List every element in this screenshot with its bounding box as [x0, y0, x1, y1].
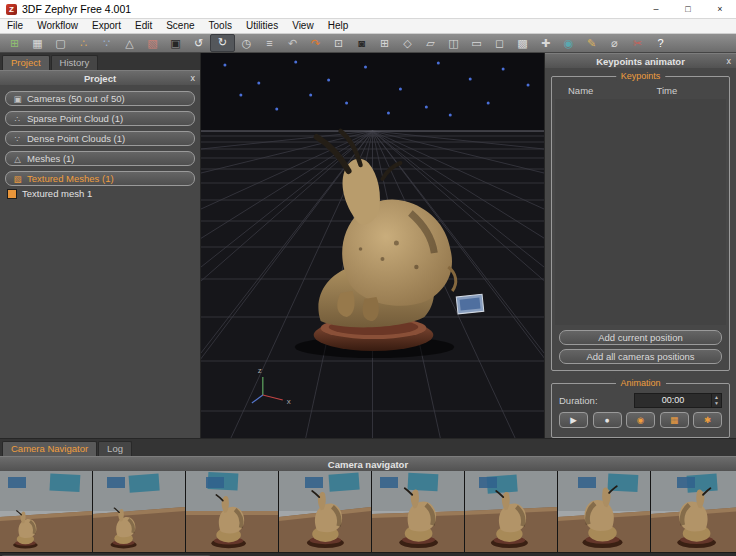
duration-spinner[interactable]: 00:00 ▲▼ — [634, 393, 722, 408]
project-item-label: Meshes (1) — [27, 153, 75, 164]
menu-edit[interactable]: Edit — [128, 19, 159, 33]
sparse-cloud-icon[interactable]: ∴ — [72, 35, 95, 51]
settings-button[interactable]: ✱ — [693, 412, 722, 428]
rect-select-icon[interactable]: ⊞ — [373, 35, 396, 51]
camera-thumbnail-1[interactable] — [0, 471, 93, 552]
mesh-icon[interactable]: △ — [118, 35, 141, 51]
camera-thumbnail-5[interactable] — [372, 471, 465, 552]
menu-scene[interactable]: Scene — [159, 19, 201, 33]
spin-down-icon[interactable]: ▼ — [712, 400, 721, 407]
textured-mesh-icon[interactable]: ▧ — [141, 35, 164, 51]
orbit-view-icon[interactable]: ↺ — [187, 35, 210, 51]
close-button[interactable]: × — [704, 0, 736, 18]
bottom-tabs: Camera Navigator Log — [0, 439, 736, 456]
viewport-canvas: z x — [201, 53, 544, 438]
camera-thumbnail-8[interactable] — [651, 471, 736, 552]
keypoints-animator-header: Keypoints animator x — [545, 53, 736, 68]
zoom-region-icon[interactable]: ⊡ — [327, 35, 350, 51]
lasso-select-icon[interactable]: ◇ — [396, 35, 419, 51]
rotate-view-icon[interactable]: ↻ — [210, 34, 235, 52]
keypoints-group: Keypoints Name Time Add current position… — [551, 76, 730, 371]
cut-mesh-icon[interactable]: ✂ — [626, 35, 649, 51]
project-item-textured-meshes[interactable]: ▧Textured Meshes (1) — [5, 171, 195, 186]
camera-icon[interactable]: ▣ — [164, 35, 187, 51]
undo-icon[interactable]: ↶ — [281, 35, 304, 51]
menu-file[interactable]: File — [0, 19, 30, 33]
tab-log[interactable]: Log — [98, 441, 132, 456]
center-object-icon[interactable]: ◙ — [350, 35, 373, 51]
app-icon: Z — [6, 4, 17, 15]
menu-view[interactable]: View — [285, 19, 321, 33]
duration-value: 00:00 — [635, 394, 711, 407]
dense-cloud-icon: ∵ — [13, 134, 22, 144]
menu-workflow[interactable]: Workflow — [30, 19, 85, 33]
camera-frustum[interactable] — [456, 294, 484, 314]
project-item-textured-mesh-1[interactable]: Textured mesh 1 — [0, 186, 200, 199]
menu-utilities[interactable]: Utilities — [239, 19, 285, 33]
horizontal-scrollbar[interactable] — [0, 552, 736, 556]
add-current-position-button[interactable]: Add current position — [559, 330, 722, 345]
tab-project[interactable]: Project — [2, 55, 50, 70]
color-picker-icon[interactable]: ✎ — [580, 35, 603, 51]
menu-export[interactable]: Export — [85, 19, 128, 33]
keypoints-animator-panel: Keypoints animator x Keypoints Name Time… — [544, 53, 736, 438]
duration-spin-arrows[interactable]: ▲▼ — [711, 394, 721, 407]
keypoints-list[interactable] — [555, 99, 726, 325]
add-all-cameras-positions-button[interactable]: Add all cameras positions — [559, 349, 722, 364]
help-icon[interactable]: ? — [649, 35, 672, 51]
camera-thumbnail-6[interactable] — [465, 471, 558, 552]
paint-icon[interactable]: ◉ — [557, 35, 580, 51]
project-item-meshes[interactable]: △Meshes (1) — [5, 151, 195, 166]
gizmo-icon[interactable]: ✚ — [534, 35, 557, 51]
app-window: Z 3DF Zephyr Free 4.001 – □ × FileWorkfl… — [0, 0, 736, 556]
minimize-button[interactable]: – — [640, 0, 672, 18]
tab-camera-navigator[interactable]: Camera Navigator — [2, 441, 97, 456]
manual-select-icon[interactable]: ◻ — [488, 35, 511, 51]
menu-help[interactable]: Help — [321, 19, 356, 33]
camera-navigator-header: Camera navigator — [0, 456, 736, 471]
import-photos-icon[interactable]: ⊞ — [3, 35, 26, 51]
title-bar: Z 3DF Zephyr Free 4.001 – □ × — [0, 0, 736, 19]
stop-button[interactable]: ● — [593, 412, 622, 428]
record-button[interactable]: ◉ — [626, 412, 655, 428]
main-area: Project History Project x ▣Cameras (50 o… — [0, 53, 736, 438]
poly-select-icon[interactable]: ▱ — [419, 35, 442, 51]
record-icon: ◉ — [637, 415, 644, 425]
view-options-icon[interactable]: ≡ — [258, 35, 281, 51]
textured-mesh-icon: ▧ — [13, 174, 22, 184]
bounding-box-icon[interactable]: ▩ — [511, 35, 534, 51]
animation-group-label: Animation — [615, 378, 665, 388]
textured-mesh-item-icon — [7, 189, 17, 199]
close-project-panel-icon[interactable]: x — [191, 73, 196, 83]
window-title: 3DF Zephyr Free 4.001 — [22, 3, 131, 15]
animation-group: Animation Duration: 00:00 ▲▼ ▶●◉▦✱ — [551, 383, 730, 438]
close-keypoints-panel-icon[interactable]: x — [727, 56, 732, 66]
redo-icon[interactable]: ↷ — [304, 35, 327, 51]
viewport-3d[interactable]: z x — [201, 53, 544, 438]
play-button[interactable]: ▶ — [559, 412, 588, 428]
project-item-sparse-point-cloud[interactable]: ∴Sparse Point Cloud (1) — [5, 111, 195, 126]
speed-icon[interactable]: ◷ — [235, 35, 258, 51]
tab-history[interactable]: History — [51, 55, 99, 70]
project-item-cameras[interactable]: ▣Cameras (50 out of 50) — [5, 91, 195, 106]
duration-label: Duration: — [559, 395, 598, 406]
axis-z-label: z — [258, 366, 262, 375]
project-panel: Project History Project x ▣Cameras (50 o… — [0, 53, 201, 438]
camera-thumbnail-3[interactable] — [186, 471, 279, 552]
dense-cloud-icon[interactable]: ∵ — [95, 35, 118, 51]
camera-select-icon[interactable]: ◫ — [442, 35, 465, 51]
keyframes-button[interactable]: ▦ — [660, 412, 689, 428]
measure-icon[interactable]: ⌀ — [603, 35, 626, 51]
camera-thumbnail-4[interactable] — [279, 471, 372, 552]
project-item-dense-point-clouds[interactable]: ∵Dense Point Clouds (1) — [5, 131, 195, 146]
save-workspace-icon[interactable]: ▦ — [26, 35, 49, 51]
selection-mode-icon[interactable]: ▢ — [49, 35, 72, 51]
camera-thumbnail-7[interactable] — [558, 471, 651, 552]
plane-select-icon[interactable]: ▭ — [465, 35, 488, 51]
camera-thumbnail-2[interactable] — [93, 471, 186, 552]
menu-tools[interactable]: Tools — [202, 19, 239, 33]
project-item-label: Textured mesh 1 — [22, 188, 92, 199]
maximize-button[interactable]: □ — [672, 0, 704, 18]
project-panel-header: Project x — [0, 70, 200, 85]
camera-icon: ▣ — [13, 94, 22, 104]
